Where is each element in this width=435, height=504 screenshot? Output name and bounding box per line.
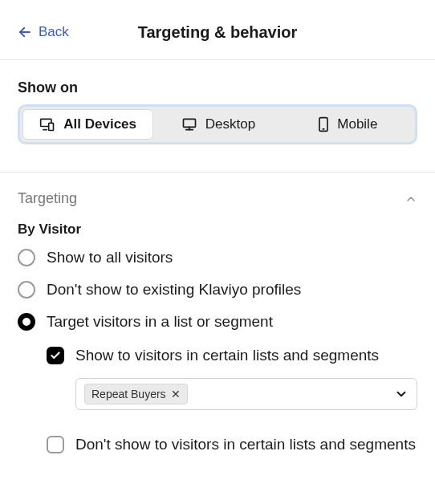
svg-rect-2 bbox=[49, 123, 54, 130]
device-option-all[interactable]: All Devices bbox=[22, 109, 153, 140]
radio-icon bbox=[18, 313, 35, 331]
segment-chip: Repeat Buyers ✕ bbox=[84, 384, 188, 404]
device-option-label: Mobile bbox=[337, 116, 377, 132]
show-on-label: Show on bbox=[18, 79, 417, 96]
chevron-down-icon bbox=[394, 387, 409, 401]
arrow-left-icon bbox=[18, 25, 32, 39]
radio-label: Don't show to existing Klaviyo profiles bbox=[47, 281, 301, 299]
checkbox-icon bbox=[47, 347, 64, 364]
device-option-label: All Devices bbox=[63, 116, 136, 132]
targeting-section-header[interactable]: Targeting bbox=[18, 173, 417, 217]
svg-rect-4 bbox=[183, 119, 195, 127]
radio-label: Show to all visitors bbox=[47, 249, 173, 266]
radio-label: Target visitors in a list or segment bbox=[47, 313, 273, 331]
devices-icon bbox=[39, 116, 55, 132]
mobile-icon bbox=[318, 116, 329, 132]
radio-icon bbox=[18, 281, 35, 299]
radio-icon bbox=[18, 249, 35, 266]
targeting-section-title: Targeting bbox=[18, 190, 77, 207]
chevron-up-icon bbox=[405, 193, 417, 205]
desktop-icon bbox=[181, 116, 197, 132]
page-title: Targeting & behavior bbox=[138, 23, 298, 42]
segment-select[interactable]: Repeat Buyers ✕ bbox=[75, 378, 417, 410]
back-label: Back bbox=[39, 24, 69, 40]
by-visitor-heading: By Visitor bbox=[18, 222, 417, 238]
checkbox-label: Don't show to visitors in certain lists … bbox=[75, 434, 416, 456]
device-option-mobile[interactable]: Mobile bbox=[283, 109, 413, 140]
radio-list-segment[interactable]: Target visitors in a list or segment bbox=[18, 313, 417, 331]
back-button[interactable]: Back bbox=[18, 24, 69, 40]
checkbox-show-to-lists[interactable]: Show to visitors in certain lists and se… bbox=[47, 345, 417, 367]
radio-all-visitors[interactable]: Show to all visitors bbox=[18, 249, 417, 266]
device-toggle-group: All Devices Desktop Mobile bbox=[18, 104, 417, 144]
device-option-desktop[interactable]: Desktop bbox=[153, 109, 283, 140]
checkbox-label: Show to visitors in certain lists and se… bbox=[75, 345, 379, 367]
checkbox-icon bbox=[47, 436, 64, 453]
radio-exclude-klaviyo[interactable]: Don't show to existing Klaviyo profiles bbox=[18, 281, 417, 299]
chip-remove-icon[interactable]: ✕ bbox=[171, 388, 181, 400]
checkbox-dont-show-to-lists[interactable]: Don't show to visitors in certain lists … bbox=[47, 434, 417, 456]
device-option-label: Desktop bbox=[205, 116, 255, 132]
segment-chip-label: Repeat Buyers bbox=[91, 388, 166, 400]
